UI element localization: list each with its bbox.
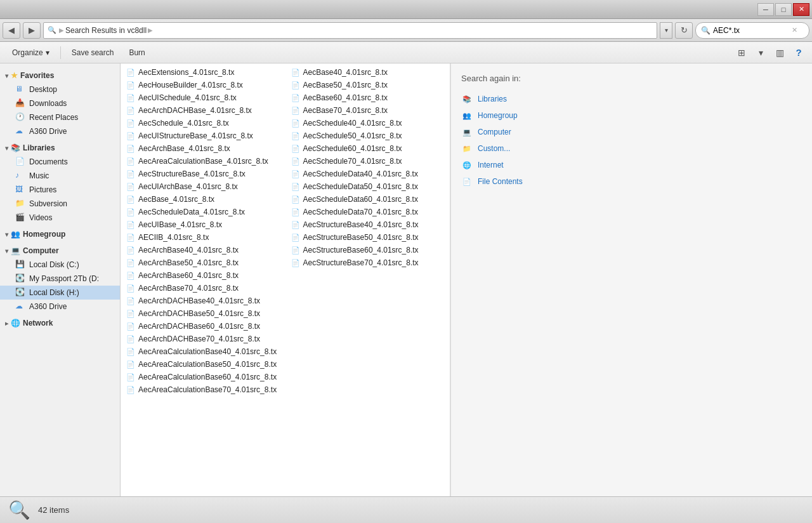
list-item[interactable]: 📄AecScheduleData60_4.01src_8.tx bbox=[285, 193, 450, 206]
list-item[interactable]: 📄AecArchBase50_4.01src_8.tx bbox=[121, 256, 285, 269]
sidebar-favorites-header[interactable]: ▾ ★ Favorites bbox=[0, 69, 120, 83]
search-input[interactable] bbox=[713, 26, 789, 35]
sidebar-item-pictures[interactable]: 🖼 Pictures bbox=[0, 183, 120, 197]
file-name: AecArchDACHBase70_4.01src_8.tx bbox=[138, 334, 260, 343]
file-name: AecScheduleData70_4.01src_8.tx bbox=[303, 208, 418, 216]
forward-button[interactable]: ▶ bbox=[23, 22, 41, 39]
save-search-button[interactable]: Save search bbox=[65, 44, 121, 61]
list-item[interactable]: 📄AecSchedule50_4.01src_8.tx bbox=[285, 129, 450, 142]
search-again-icon-homegroup: 👥 bbox=[461, 110, 473, 121]
sidebar-item-local-disk-c[interactable]: 💾 Local Disk (C:) bbox=[0, 258, 120, 272]
list-item[interactable]: 📄AecAreaCalculationBase50_4.01src_8.tx bbox=[121, 358, 285, 371]
file-icon: 📄 bbox=[291, 80, 301, 90]
file-area: 📄AecExtensions_4.01src_8.tx📄AecHouseBuil… bbox=[121, 63, 812, 496]
breadcrumb-arrow-left: ▶ bbox=[59, 27, 64, 34]
list-item[interactable]: 📄AecBase40_4.01src_8.tx bbox=[285, 66, 450, 79]
list-item[interactable]: 📄AecBase50_4.01src_8.tx bbox=[285, 79, 450, 91]
minimize-button[interactable]: ─ bbox=[757, 3, 774, 16]
list-item[interactable]: 📄AecSchedule40_4.01src_8.tx bbox=[285, 117, 450, 129]
sidebar-item-a360-drive[interactable]: ☁ A360 Drive bbox=[0, 300, 120, 314]
search-again-item-internet[interactable]: 🌐Internet bbox=[461, 157, 802, 173]
sidebar-item-subversion[interactable]: 📁 Subversion bbox=[0, 197, 120, 211]
list-item[interactable]: 📄AecExtensions_4.01src_8.tx bbox=[121, 66, 285, 79]
breadcrumb-arrow-right: ▶ bbox=[148, 27, 153, 34]
search-again-item-libraries[interactable]: 📚Libraries bbox=[461, 91, 802, 107]
sidebar-item-my-passport[interactable]: 💽 My Passport 2Tb (D: bbox=[0, 272, 120, 286]
search-again-item-computer[interactable]: 💻Computer bbox=[461, 124, 802, 140]
sidebar-item-documents[interactable]: 📄 Documents bbox=[0, 155, 120, 169]
list-item[interactable]: 📄AecArchDACHBase50_4.01src_8.tx bbox=[121, 307, 285, 320]
sidebar-section-libraries: ▾ 📚 Libraries 📄 Documents ♪ Music 🖼 Pict… bbox=[0, 141, 120, 225]
preview-pane-button[interactable]: ▥ bbox=[771, 44, 788, 61]
list-item[interactable]: 📄AecArchDACHBase_4.01src_8.tx bbox=[121, 104, 285, 117]
sidebar-item-desktop[interactable]: 🖥 Desktop bbox=[0, 83, 120, 96]
sidebar-item-recent-places[interactable]: 🕐 Recent Places bbox=[0, 110, 120, 124]
list-item[interactable]: 📄AecArchBase_4.01src_8.tx bbox=[121, 142, 285, 155]
list-item[interactable]: 📄AecUIStructureBase_4.01src_8.tx bbox=[121, 129, 285, 142]
list-item[interactable]: 📄AecScheduleData70_4.01src_8.tx bbox=[285, 206, 450, 218]
list-item[interactable]: 📄AecAreaCalculationBase70_4.01src_8.tx bbox=[121, 383, 285, 396]
search-again-label: File Contents bbox=[478, 177, 523, 186]
list-item[interactable]: 📄AecAreaCalculationBase_4.01src_8.tx bbox=[121, 155, 285, 168]
search-again-label: Homegroup bbox=[478, 111, 518, 120]
search-again-item-file-contents[interactable]: 📄File Contents bbox=[461, 173, 802, 190]
list-item[interactable]: 📄AecSchedule60_4.01src_8.tx bbox=[285, 142, 450, 155]
list-item[interactable]: 📄AecUISchedule_4.01src_8.tx bbox=[121, 91, 285, 104]
close-button[interactable]: ✕ bbox=[793, 3, 809, 16]
organize-button[interactable]: Organize ▾ bbox=[5, 44, 56, 61]
list-item[interactable]: 📄AecStructureBase_4.01src_8.tx bbox=[121, 168, 285, 180]
breadcrumb: ▶ Search Results in vc8dll ▶ bbox=[59, 26, 153, 35]
address-bar: ◀ ▶ 🔍 ▶ Search Results in vc8dll ▶ ▾ ↻ 🔍… bbox=[0, 19, 812, 42]
sidebar-network-header[interactable]: ▸ 🌐 Network bbox=[0, 316, 120, 330]
sidebar-homegroup-header[interactable]: ▾ 👥 Homegroup bbox=[0, 227, 120, 241]
list-item[interactable]: 📄AecStructureBase40_4.01src_8.tx bbox=[285, 218, 450, 231]
list-item[interactable]: 📄AecUIArchBase_4.01src_8.tx bbox=[121, 180, 285, 193]
back-button[interactable]: ◀ bbox=[3, 22, 20, 39]
search-clear-button[interactable]: ✕ bbox=[792, 26, 797, 34]
view-grid-button[interactable]: ⊞ bbox=[733, 44, 750, 61]
list-item[interactable]: 📄AecAreaCalculationBase40_4.01src_8.tx bbox=[121, 345, 285, 358]
list-item[interactable]: 📄AecBase_4.01src_8.tx bbox=[121, 193, 285, 206]
list-item[interactable]: 📄AecSchedule_4.01src_8.tx bbox=[121, 117, 285, 129]
sidebar-item-videos[interactable]: 🎬 Videos bbox=[0, 211, 120, 225]
list-item[interactable]: 📄AecStructureBase60_4.01src_8.tx bbox=[285, 244, 450, 256]
refresh-button[interactable]: ↻ bbox=[675, 22, 693, 39]
list-item[interactable]: 📄AecArchBase60_4.01src_8.tx bbox=[121, 269, 285, 282]
list-item[interactable]: 📄AecArchDACHBase40_4.01src_8.tx bbox=[121, 295, 285, 307]
list-item[interactable]: 📄AecSchedule70_4.01src_8.tx bbox=[285, 155, 450, 168]
sidebar-item-music[interactable]: ♪ Music bbox=[0, 169, 120, 183]
help-button[interactable]: ? bbox=[790, 44, 807, 61]
list-item[interactable]: 📄AecHouseBuilder_4.01src_8.tx bbox=[121, 79, 285, 91]
list-item[interactable]: 📄AecScheduleData50_4.01src_8.tx bbox=[285, 180, 450, 193]
search-again-item-homegroup[interactable]: 👥Homegroup bbox=[461, 107, 802, 124]
address-dropdown-button[interactable]: ▾ bbox=[660, 22, 672, 39]
list-item[interactable]: 📄AecUIBase_4.01src_8.tx bbox=[121, 218, 285, 231]
maximize-button[interactable]: □ bbox=[775, 3, 792, 16]
list-item[interactable]: 📄AecAreaCalculationBase60_4.01src_8.tx bbox=[121, 371, 285, 383]
organize-label: Organize bbox=[12, 48, 43, 57]
sidebar-libraries-header[interactable]: ▾ 📚 Libraries bbox=[0, 141, 120, 155]
list-item[interactable]: 📄AecStructureBase70_4.01src_8.tx bbox=[285, 256, 450, 269]
list-item[interactable]: 📄AecBase70_4.01src_8.tx bbox=[285, 104, 450, 117]
sidebar-item-local-disk-h[interactable]: 💽 Local Disk (H:) bbox=[0, 286, 120, 300]
sidebar-item-a360-favorites[interactable]: ☁ A360 Drive bbox=[0, 124, 120, 138]
list-item[interactable]: 📄AecArchBase70_4.01src_8.tx bbox=[121, 282, 285, 295]
list-item[interactable]: 📄AecScheduleData40_4.01src_8.tx bbox=[285, 168, 450, 180]
file-icon: 📄 bbox=[126, 245, 136, 255]
list-item[interactable]: 📄AecArchDACHBase60_4.01src_8.tx bbox=[121, 320, 285, 333]
list-item[interactable]: 📄AECIIB_4.01src_8.tx bbox=[121, 231, 285, 244]
list-item[interactable]: 📄AecArchDACHBase70_4.01src_8.tx bbox=[121, 333, 285, 345]
address-field[interactable]: 🔍 ▶ Search Results in vc8dll ▶ bbox=[43, 22, 657, 39]
view-dropdown-button[interactable]: ▾ bbox=[752, 44, 769, 61]
file-name: AecBase70_4.01src_8.tx bbox=[303, 106, 388, 115]
burn-button[interactable]: Burn bbox=[122, 44, 152, 61]
search-again-items: 📚Libraries👥Homegroup💻Computer📁Custom...🌐… bbox=[461, 91, 802, 190]
sidebar-item-downloads[interactable]: 📥 Downloads bbox=[0, 96, 120, 110]
list-item[interactable]: 📄AecArchBase40_4.01src_8.tx bbox=[121, 244, 285, 256]
list-item[interactable]: 📄AecBase60_4.01src_8.tx bbox=[285, 91, 450, 104]
list-item[interactable]: 📄AecStructureBase50_4.01src_8.tx bbox=[285, 231, 450, 244]
list-item[interactable]: 📄AecScheduleData_4.01src_8.tx bbox=[121, 206, 285, 218]
search-again-item-custom[interactable]: 📁Custom... bbox=[461, 140, 802, 157]
search-field[interactable]: 🔍 ✕ bbox=[695, 22, 809, 39]
sidebar-computer-header[interactable]: ▾ 💻 Computer bbox=[0, 244, 120, 258]
